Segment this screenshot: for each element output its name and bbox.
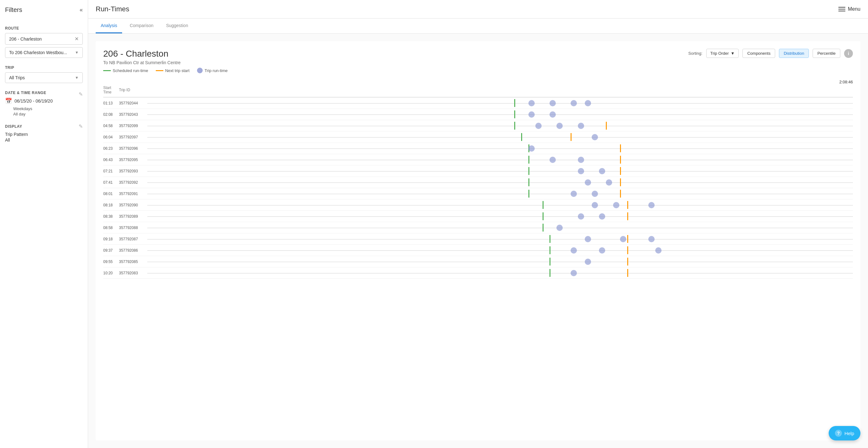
table-row: 08:18357792090 bbox=[103, 199, 853, 211]
row-chart-area bbox=[147, 120, 853, 131]
next-trip-start-marker bbox=[620, 179, 621, 186]
info-icon[interactable]: i bbox=[844, 49, 853, 58]
tab-suggestion[interactable]: Suggestion bbox=[161, 19, 193, 33]
table-row: 09:37357792086 bbox=[103, 245, 853, 256]
scheduled-runtime-marker bbox=[550, 258, 551, 265]
row-trip-id: 357792085 bbox=[119, 260, 147, 264]
legend-next-trip-label: Next trip start bbox=[165, 68, 189, 73]
tab-analysis[interactable]: Analysis bbox=[96, 19, 122, 33]
row-start-time: 10:20 bbox=[103, 271, 119, 275]
menu-button[interactable]: Menu bbox=[838, 6, 861, 12]
legend-trip-runtime-label: Trip run-time bbox=[205, 68, 227, 73]
trip-runtime-dot bbox=[578, 123, 584, 129]
days-text: Weekdays bbox=[13, 106, 83, 111]
percentile-view-button[interactable]: Percentile bbox=[813, 49, 840, 58]
trip-runtime-dot bbox=[528, 100, 535, 106]
table-row: 08:58357792088 bbox=[103, 222, 853, 233]
table-row: 09:18357792087 bbox=[103, 233, 853, 245]
table-row: 10:20357792083 bbox=[103, 267, 853, 279]
scheduled-runtime-marker bbox=[542, 201, 544, 209]
row-chart-area bbox=[147, 131, 853, 142]
trip-dropdown[interactable]: All Trips ▼ bbox=[5, 72, 83, 83]
trip-runtime-dot bbox=[599, 168, 605, 174]
trip-runtime-dot bbox=[592, 191, 598, 197]
trip-runtime-dot bbox=[648, 202, 655, 208]
distribution-view-button[interactable]: Distribution bbox=[779, 49, 809, 58]
collapse-icon[interactable]: « bbox=[80, 7, 83, 13]
help-icon: ? bbox=[835, 430, 842, 437]
table-row: 08:38357792089 bbox=[103, 211, 853, 222]
row-chart-area bbox=[147, 165, 853, 177]
time-of-day-text: All day bbox=[13, 112, 83, 117]
row-trip-id: 357792091 bbox=[119, 192, 147, 196]
row-trip-id: 357792099 bbox=[119, 124, 147, 128]
scheduled-runtime-marker bbox=[528, 190, 529, 198]
table-row: 06:04357792097 bbox=[103, 131, 853, 143]
table-row: 08:01357792091 bbox=[103, 188, 853, 199]
scheduled-runtime-line-icon bbox=[103, 70, 111, 71]
row-chart-area bbox=[147, 199, 853, 211]
next-trip-start-marker bbox=[620, 156, 621, 164]
chart-controls: Sorting: Trip Order ▼ Components Distrib… bbox=[688, 49, 853, 58]
edit-display-icon[interactable]: ✎ bbox=[79, 123, 83, 129]
trip-runtime-dot bbox=[556, 225, 563, 231]
trip-runtime-dot bbox=[585, 259, 591, 265]
sidebar-header: Filters « bbox=[5, 6, 83, 13]
legend-trip-runtime: Trip run-time bbox=[197, 68, 227, 73]
col-trip-id-header: Trip ID bbox=[119, 88, 147, 92]
legend: Scheduled run-time Next trip start Trip … bbox=[103, 68, 853, 73]
trip-runtime-dot bbox=[550, 111, 556, 118]
components-view-button[interactable]: Components bbox=[742, 49, 775, 58]
page-title: Run-Times bbox=[96, 5, 129, 13]
next-trip-start-marker bbox=[620, 167, 621, 175]
trip-runtime-dot bbox=[570, 247, 577, 254]
table-row: 07:21357792093 bbox=[103, 165, 853, 177]
row-chart-area bbox=[147, 154, 853, 165]
direction-dropdown[interactable]: To 206 Charleston Westbou... ▼ bbox=[5, 47, 83, 58]
sidebar-title: Filters bbox=[5, 6, 22, 13]
table-row: 01:13357792044 bbox=[103, 98, 853, 109]
row-trip-id: 357792093 bbox=[119, 169, 147, 173]
row-trip-id: 357792086 bbox=[119, 248, 147, 253]
table-row: 07:41357792092 bbox=[103, 177, 853, 188]
table-row: 04:58357792099 bbox=[103, 120, 853, 131]
row-chart-area bbox=[147, 188, 853, 199]
row-chart-area bbox=[147, 256, 853, 267]
scheduled-runtime-marker bbox=[528, 167, 529, 175]
table-row: 06:23357792096 bbox=[103, 143, 853, 154]
trip-runtime-dot bbox=[655, 247, 661, 254]
trip-runtime-dot bbox=[585, 179, 591, 186]
next-trip-start-line-icon bbox=[156, 70, 163, 71]
route-filter-chip[interactable]: 206 - Charleston ✕ bbox=[5, 33, 83, 45]
next-trip-start-marker bbox=[627, 235, 628, 243]
row-chart-area bbox=[147, 211, 853, 222]
chart-subtitle: To NB Pavilion Ctr at Summerlin Centre bbox=[103, 60, 181, 65]
sorting-label: Sorting: bbox=[688, 51, 703, 56]
next-trip-start-marker bbox=[627, 258, 628, 265]
scheduled-runtime-marker bbox=[514, 99, 515, 107]
next-trip-start-marker bbox=[627, 246, 628, 254]
trip-runtime-dot bbox=[648, 236, 655, 242]
next-trip-start-marker bbox=[606, 122, 607, 130]
row-trip-id: 357792043 bbox=[119, 112, 147, 117]
row-start-time: 08:18 bbox=[103, 203, 119, 207]
hamburger-icon bbox=[838, 7, 845, 11]
row-chart-area bbox=[147, 109, 853, 120]
trip-runtime-dot bbox=[585, 236, 591, 242]
trip-runtime-dot bbox=[613, 202, 619, 208]
legend-scheduled-label: Scheduled run-time bbox=[113, 68, 148, 73]
scheduled-runtime-marker bbox=[528, 156, 529, 164]
row-start-time: 01:13 bbox=[103, 101, 119, 105]
close-icon[interactable]: ✕ bbox=[74, 36, 79, 42]
next-trip-start-marker bbox=[627, 269, 628, 277]
help-button[interactable]: ? Help bbox=[829, 426, 861, 441]
next-trip-start-marker bbox=[620, 145, 621, 152]
edit-date-icon[interactable]: ✎ bbox=[79, 91, 83, 97]
legend-scheduled-runtime: Scheduled run-time bbox=[103, 68, 148, 73]
tab-comparison[interactable]: Comparison bbox=[125, 19, 158, 33]
sorting-dropdown[interactable]: Trip Order ▼ bbox=[706, 49, 739, 58]
row-chart-area bbox=[147, 233, 853, 245]
chart-rows: 01:1335779204402:0835779204304:583577920… bbox=[103, 97, 853, 279]
display-trip-pattern-value: All bbox=[5, 137, 83, 142]
row-start-time: 08:38 bbox=[103, 214, 119, 219]
